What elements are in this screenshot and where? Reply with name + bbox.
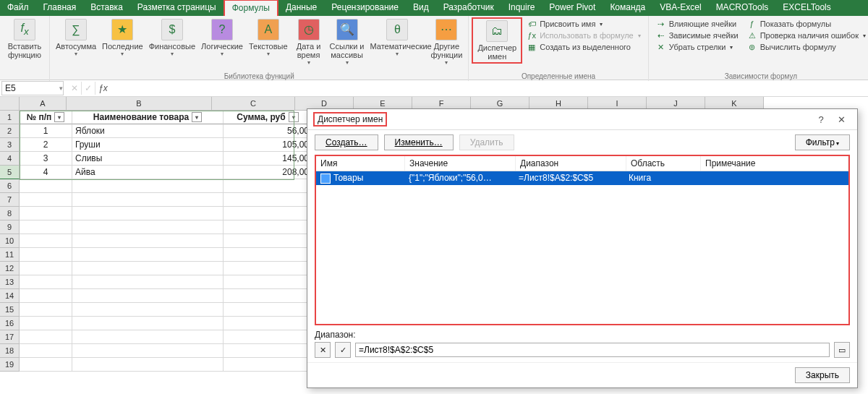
- cell[interactable]: [20, 303, 72, 317]
- cell[interactable]: [224, 358, 312, 372]
- cell[interactable]: [72, 207, 224, 220]
- range-select-button[interactable]: ▭: [834, 342, 850, 358]
- autosum-button[interactable]: ∑ Автосумма▾: [53, 17, 99, 59]
- cell[interactable]: [224, 344, 312, 358]
- cell[interactable]: [20, 234, 72, 248]
- tab-home[interactable]: Главная: [36, 0, 84, 16]
- datetime-button[interactable]: ◷ Дата и время▾: [291, 17, 327, 68]
- filter-icon[interactable]: ▾: [192, 112, 202, 122]
- cell[interactable]: № п/п▾: [20, 111, 72, 124]
- cell[interactable]: [224, 262, 312, 275]
- recent-button[interactable]: ★ Последние▾: [99, 17, 146, 59]
- cell[interactable]: [72, 220, 224, 234]
- cell[interactable]: [72, 303, 224, 317]
- row-header[interactable]: 4: [0, 152, 20, 166]
- row-header[interactable]: 3: [0, 138, 20, 152]
- tab-data[interactable]: Данные: [278, 0, 324, 16]
- tab-developer[interactable]: Разработчик: [436, 0, 501, 16]
- range-cancel-button[interactable]: ✕: [315, 342, 331, 358]
- math-button[interactable]: θ Математические▾: [367, 17, 427, 59]
- cell[interactable]: Наименование товара▾: [72, 111, 224, 124]
- row-header[interactable]: 13: [0, 275, 20, 289]
- help-button[interactable]: ?: [811, 112, 831, 127]
- range-confirm-button[interactable]: ✓: [335, 342, 351, 358]
- cell[interactable]: [20, 358, 72, 372]
- logical-button[interactable]: ? Логические▾: [198, 17, 246, 59]
- tab-page-layout[interactable]: Разметка страницы: [130, 0, 224, 16]
- row-header[interactable]: 16: [0, 317, 20, 330]
- row-header[interactable]: 10: [0, 234, 20, 248]
- close-dialog-button[interactable]: Закрыть: [795, 367, 850, 383]
- row-header[interactable]: 17: [0, 330, 20, 344]
- cell[interactable]: [20, 248, 72, 262]
- select-all-corner[interactable]: [0, 97, 20, 111]
- cell[interactable]: [20, 179, 72, 193]
- cell[interactable]: [224, 220, 312, 234]
- names-list-row[interactable]: Товары {"1";"Яблоки";"56,0… =Лист8!$A$2:…: [316, 171, 848, 185]
- create-from-selection-button[interactable]: ▦Создать из выделенного: [527, 42, 641, 52]
- filter-icon[interactable]: ▾: [289, 112, 299, 122]
- cell[interactable]: [72, 330, 224, 344]
- cell[interactable]: 4: [20, 166, 72, 179]
- cell[interactable]: 3: [20, 152, 72, 166]
- row-header[interactable]: 8: [0, 207, 20, 220]
- cell[interactable]: [224, 207, 312, 220]
- name-manager-button[interactable]: 🗂 Диспетчер имен: [472, 17, 522, 64]
- range-input[interactable]: [355, 343, 830, 357]
- tab-vbaexcel[interactable]: VBA-Excel: [652, 0, 708, 16]
- tab-team[interactable]: Команда: [603, 0, 652, 16]
- row-header[interactable]: 7: [0, 193, 20, 207]
- cell[interactable]: [20, 317, 72, 330]
- cell[interactable]: [72, 262, 224, 275]
- row-header[interactable]: 6: [0, 179, 20, 193]
- tab-review[interactable]: Рецензирование: [324, 0, 406, 16]
- cell[interactable]: 1: [20, 124, 72, 138]
- cell[interactable]: Яблоки: [72, 124, 224, 138]
- cell[interactable]: [224, 234, 312, 248]
- cell[interactable]: [20, 220, 72, 234]
- row-header[interactable]: 14: [0, 289, 20, 303]
- tab-inquire[interactable]: Inquire: [501, 0, 542, 16]
- tab-view[interactable]: Вид: [406, 0, 436, 16]
- create-name-button[interactable]: Создать…: [315, 134, 378, 150]
- trace-precedents-button[interactable]: ⇢Влияющие ячейки: [656, 19, 739, 29]
- edit-name-button[interactable]: Изменить…: [384, 134, 454, 150]
- cell[interactable]: [20, 330, 72, 344]
- row-header[interactable]: 2: [0, 124, 20, 138]
- tab-exceltools[interactable]: EXCELTools: [775, 0, 838, 16]
- cell[interactable]: [224, 317, 312, 330]
- cell[interactable]: [72, 193, 224, 207]
- tab-powerpivot[interactable]: Power Pivot: [542, 0, 603, 16]
- cell[interactable]: [20, 275, 72, 289]
- insert-function-button[interactable]: fx Вставить функцию: [5, 17, 45, 61]
- filter-icon[interactable]: ▾: [54, 112, 64, 122]
- cell[interactable]: [224, 303, 312, 317]
- text-button[interactable]: A Текстовые▾: [246, 17, 291, 59]
- error-check-button[interactable]: ⚠Проверка наличия ошибок▾: [747, 30, 866, 40]
- row-header[interactable]: 15: [0, 303, 20, 317]
- remove-arrows-button[interactable]: ✕Убрать стрелки▾: [656, 42, 739, 52]
- define-name-button[interactable]: 🏷Присвоить имя▾: [527, 19, 641, 29]
- cell[interactable]: [72, 289, 224, 303]
- cell[interactable]: 2: [20, 138, 72, 152]
- name-box[interactable]: E5▾: [1, 81, 64, 95]
- more-functions-button[interactable]: ⋯ Другие функции▾: [427, 17, 465, 68]
- tab-macrotools[interactable]: MACROTools: [709, 0, 776, 16]
- col-header-A[interactable]: A: [20, 97, 67, 111]
- tab-file[interactable]: Файл: [0, 0, 36, 16]
- col-header-C[interactable]: C: [212, 97, 295, 111]
- cell[interactable]: Сумма, руб▾: [224, 111, 312, 124]
- cell[interactable]: [72, 358, 224, 372]
- cell[interactable]: [224, 275, 312, 289]
- row-header[interactable]: 19: [0, 358, 20, 372]
- cell[interactable]: Груши: [72, 138, 224, 152]
- col-header-B[interactable]: B: [67, 97, 212, 111]
- cell[interactable]: [20, 289, 72, 303]
- row-header[interactable]: 11: [0, 248, 20, 262]
- row-header[interactable]: 5: [0, 166, 20, 179]
- row-header[interactable]: 18: [0, 344, 20, 358]
- financial-button[interactable]: $ Финансовые▾: [146, 17, 198, 59]
- cell[interactable]: [224, 289, 312, 303]
- cell[interactable]: 105,00: [224, 138, 312, 152]
- evaluate-formula-button[interactable]: ⊚Вычислить формулу: [747, 42, 866, 52]
